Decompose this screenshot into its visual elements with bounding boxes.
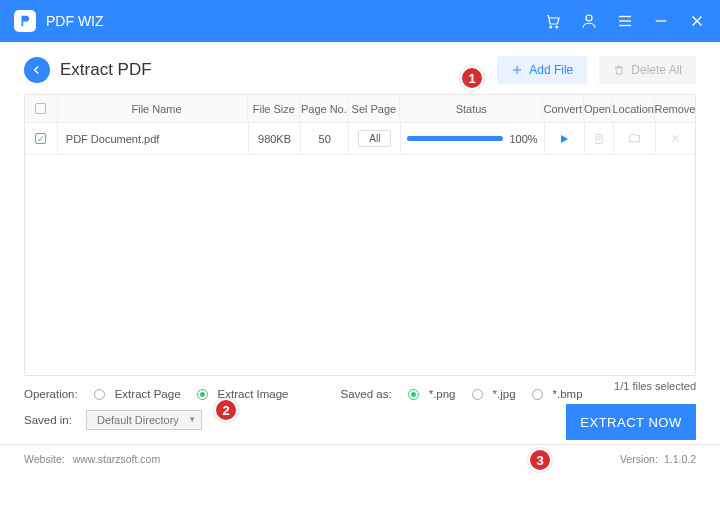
delete-all-button[interactable]: Delete All: [599, 56, 696, 84]
col-filesize: File Size: [248, 95, 300, 122]
location-button[interactable]: [628, 132, 641, 145]
files-selected-label: 1/1 files selected: [614, 380, 696, 392]
cell-filesize: 980KB: [249, 123, 301, 154]
version-value: 1.1.0.2: [664, 453, 696, 465]
col-filename: File Name: [58, 95, 249, 122]
radio-extract-page[interactable]: [94, 389, 105, 400]
menu-icon[interactable]: [616, 12, 634, 30]
radio-bmp-label: *.bmp: [553, 388, 583, 400]
sel-page-button[interactable]: All: [358, 130, 391, 147]
add-file-button[interactable]: Add File: [497, 56, 587, 84]
col-location: Location: [612, 95, 655, 122]
col-remove: Remove: [655, 95, 695, 122]
version-label: Version:: [620, 453, 658, 465]
radio-extract-page-label: Extract Page: [115, 388, 181, 400]
open-button[interactable]: [593, 133, 605, 145]
radio-jpg-label: *.jpg: [493, 388, 516, 400]
radio-extract-image[interactable]: [197, 389, 208, 400]
saved-in-label: Saved in:: [24, 414, 72, 426]
remove-button[interactable]: [670, 133, 681, 144]
svg-point-0: [550, 26, 552, 28]
radio-bmp[interactable]: [532, 389, 543, 400]
close-icon[interactable]: [688, 12, 706, 30]
cell-filename: PDF Document.pdf: [58, 123, 249, 154]
options-panel: 1/1 files selected Operation: Extract Pa…: [0, 376, 720, 444]
file-table: File Name File Size Page No. Sel Page St…: [24, 94, 696, 376]
cell-pageno: 50: [301, 123, 349, 154]
progress-bar: [407, 136, 503, 141]
saved-as-label: Saved as:: [341, 388, 392, 400]
row-checkbox[interactable]: ✓: [35, 133, 46, 144]
radio-png[interactable]: [408, 389, 419, 400]
extract-now-button[interactable]: EXTRACT NOW: [566, 404, 696, 440]
back-button[interactable]: [24, 57, 50, 83]
table-header: File Name File Size Page No. Sel Page St…: [25, 95, 695, 123]
convert-button[interactable]: [558, 133, 570, 145]
title-bar: PDF WIZ: [0, 0, 720, 42]
app-title: PDF WIZ: [46, 13, 544, 29]
add-file-label: Add File: [529, 63, 573, 77]
saved-in-dropdown[interactable]: Default Directory: [86, 410, 202, 430]
user-icon[interactable]: [580, 12, 598, 30]
svg-point-2: [586, 15, 592, 21]
col-status: Status: [400, 95, 543, 122]
radio-png-label: *.png: [429, 388, 456, 400]
cart-icon[interactable]: [544, 12, 562, 30]
select-all-checkbox[interactable]: [35, 103, 46, 114]
col-open: Open: [584, 95, 613, 122]
website-link[interactable]: www.starzsoft.com: [73, 453, 161, 465]
website-label: Website:: [24, 453, 65, 465]
minimize-icon[interactable]: [652, 12, 670, 30]
operation-label: Operation:: [24, 388, 78, 400]
app-logo: [14, 10, 36, 32]
progress-percent: 100%: [509, 133, 537, 145]
radio-jpg[interactable]: [472, 389, 483, 400]
svg-point-1: [556, 26, 558, 28]
footer-bar: Website: www.starzsoft.com Version: 1.1.…: [0, 444, 720, 472]
col-pageno: Page No.: [300, 95, 348, 122]
col-convert: Convert: [543, 95, 583, 122]
radio-extract-image-label: Extract Image: [218, 388, 289, 400]
table-row: ✓ PDF Document.pdf 980KB 50 All 100%: [25, 123, 695, 155]
col-selpage: Sel Page: [348, 95, 400, 122]
page-title: Extract PDF: [60, 60, 497, 80]
delete-all-label: Delete All: [631, 63, 682, 77]
